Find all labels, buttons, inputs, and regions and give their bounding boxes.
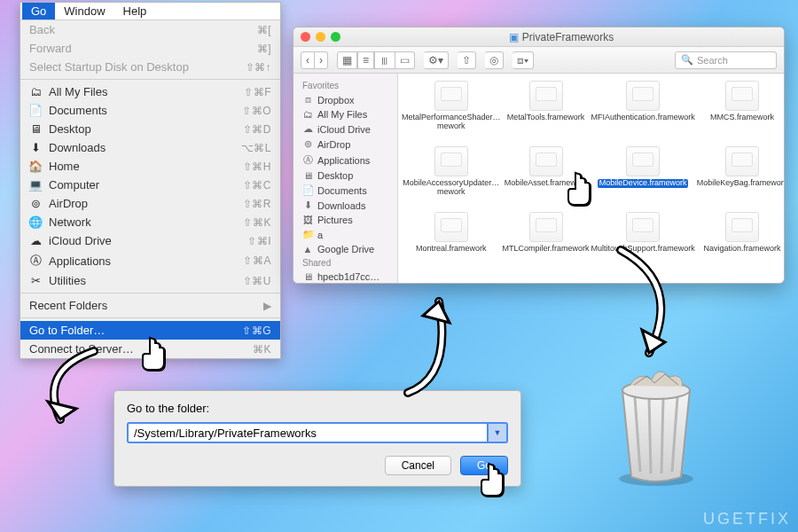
arrow-dialog-to-finder: [390, 279, 479, 403]
framework-item[interactable]: MMCS.framework: [697, 81, 784, 145]
sidebar-item[interactable]: ☁iCloud Drive: [293, 121, 397, 137]
sidebar-item[interactable]: ▲Google Drive: [293, 242, 397, 256]
framework-item[interactable]: Navigation.framework: [697, 212, 784, 276]
framework-icon: [434, 81, 468, 111]
framework-item[interactable]: Montreal.framework: [402, 212, 501, 276]
desktop-icon: 🖥: [29, 122, 42, 136]
view-gallery-button[interactable]: ▭: [395, 51, 415, 69]
tags-button[interactable]: ◎: [485, 51, 504, 69]
framework-item[interactable]: MFIAuthentication.framework: [591, 81, 695, 145]
toolbar: ‹ › ▦ ≡ ⫼ ▭ ⚙▾ ⇧ ◎ ⧈▾ 🔍Search: [293, 47, 784, 74]
sidebar-icon: ☁: [302, 123, 313, 135]
computer-icon: 💻: [29, 178, 42, 192]
menu-airdrop[interactable]: ⊚AirDrop⇧⌘R: [20, 194, 280, 213]
framework-icon: [725, 81, 759, 111]
menu-documents[interactable]: 📄Documents⇧⌘O: [20, 101, 280, 120]
sidebar-icon: Ⓐ: [302, 153, 313, 167]
network-icon: 🌐: [29, 215, 42, 229]
framework-item[interactable]: MobileDevice.framework: [591, 146, 695, 210]
svg-line-3: [661, 397, 663, 473]
favorites-header: Favorites: [293, 79, 397, 92]
framework-item[interactable]: MetalTools.framework: [503, 81, 590, 145]
sidebar: Favorites ⧈Dropbox🗂All My Files☁iCloud D…: [293, 74, 398, 283]
file-grid[interactable]: MetalPerformanceShader…meworkMetalTools.…: [398, 74, 784, 283]
framework-icon: [725, 146, 759, 176]
menu-startup: Select Startup Disk on Desktop⇧⌘↑: [20, 58, 280, 76]
sidebar-icon: ▲: [302, 244, 313, 254]
menu-network[interactable]: 🌐Network⇧⌘K: [20, 213, 280, 231]
titlebar[interactable]: ▣PrivateFrameworks: [293, 27, 784, 47]
sidebar-icon: 📁: [302, 229, 313, 240]
framework-icon: [434, 146, 468, 176]
view-column-button[interactable]: ⫼: [374, 51, 395, 69]
framework-icon: [725, 212, 759, 242]
folder-icon: ▣: [509, 31, 519, 43]
framework-icon: [434, 212, 468, 242]
framework-item[interactable]: MobileAccessoryUpdater…mework: [402, 146, 501, 210]
go-button[interactable]: Go: [460, 456, 508, 475]
framework-item[interactable]: MobileAsset.framework: [503, 146, 590, 210]
downloads-icon: ⬇: [29, 141, 42, 154]
menu-recent-folders[interactable]: Recent Folders▶: [20, 296, 280, 315]
search-icon: 🔍: [681, 54, 693, 66]
traffic-lights[interactable]: [301, 32, 340, 42]
sidebar-shared-item[interactable]: 🖥hpecb1d7cc…: [293, 270, 397, 283]
framework-icon: [529, 212, 563, 242]
sidebar-icon: ⊚: [302, 138, 313, 150]
sidebar-icon: 📄: [302, 184, 313, 196]
view-list-button[interactable]: ≡: [357, 51, 374, 69]
menu-applications[interactable]: ⒶApplications⇧⌘A: [20, 250, 280, 271]
menu-downloads[interactable]: ⬇Downloads⌥⌘L: [20, 138, 280, 157]
sidebar-item[interactable]: 🖥Desktop: [293, 168, 397, 183]
go-to-folder-dialog: Go to the folder: ▼ Cancel Go: [113, 390, 521, 487]
sidebar-item[interactable]: ⬇Downloads: [293, 198, 397, 213]
menu-back: Back⌘[: [20, 20, 280, 39]
menu-connect-to-server[interactable]: Connect to Server…⌘K: [20, 340, 280, 358]
sidebar-item[interactable]: 📄Documents: [293, 183, 397, 198]
framework-item[interactable]: MultitouchSupport.framework: [591, 212, 695, 276]
dropbox-button[interactable]: ⧈▾: [512, 51, 534, 69]
menubar-help[interactable]: Help: [114, 3, 156, 20]
airdrop-icon: ⊚: [29, 197, 42, 210]
menu-go-to-folder[interactable]: Go to Folder…⇧⌘G: [20, 321, 280, 340]
nav-back-button[interactable]: ‹: [301, 51, 315, 69]
sidebar-icon: ⬇: [302, 200, 313, 211]
goto-title: Go to the folder:: [127, 402, 508, 415]
framework-icon: [529, 81, 563, 111]
framework-icon: [529, 146, 563, 176]
framework-item[interactable]: MobileKeyBag.framework: [697, 146, 784, 210]
menu-home[interactable]: 🏠Home⇧⌘H: [20, 157, 280, 176]
menu-desktop[interactable]: 🖥Desktop⇧⌘D: [20, 120, 280, 138]
menu-utilities[interactable]: ✂Utilities⇧⌘U: [20, 271, 280, 290]
framework-item[interactable]: MTLCompiler.framework: [503, 212, 590, 276]
share-button[interactable]: ⇧: [458, 51, 476, 69]
finder-window: ▣PrivateFrameworks ‹ › ▦ ≡ ⫼ ▭ ⚙▾ ⇧ ◎ ⧈▾…: [293, 27, 785, 284]
sidebar-item[interactable]: ⧈Dropbox: [293, 92, 397, 107]
sidebar-item[interactable]: ⒶApplications: [293, 152, 397, 168]
icloud-icon: ☁: [29, 234, 42, 247]
utilities-icon: ✂: [29, 274, 42, 287]
view-icon-button[interactable]: ▦: [337, 51, 357, 69]
menu-all-my-files[interactable]: 🗂All My Files⇧⌘F: [20, 82, 280, 101]
sidebar-item[interactable]: ⊚AirDrop: [293, 137, 397, 152]
search-input[interactable]: 🔍Search: [675, 51, 777, 69]
allfiles-icon: 🗂: [29, 85, 42, 98]
menu-computer[interactable]: 💻Computer⇧⌘C: [20, 176, 280, 194]
goto-dropdown-caret[interactable]: ▼: [489, 422, 508, 443]
sidebar-item[interactable]: 🗂All My Files: [293, 107, 397, 121]
arrange-button[interactable]: ⚙▾: [424, 51, 449, 69]
framework-item[interactable]: MetalPerformanceShader…mework: [402, 81, 501, 145]
sidebar-item[interactable]: 🖼Pictures: [293, 213, 397, 227]
menubar: Go Window Help: [20, 3, 280, 20]
trash-icon[interactable]: [603, 355, 709, 488]
menubar-go[interactable]: Go: [22, 3, 55, 20]
cancel-button[interactable]: Cancel: [385, 456, 451, 475]
goto-path-input[interactable]: [127, 422, 489, 443]
menu-forward: Forward⌘]: [20, 39, 280, 58]
sidebar-item[interactable]: 📁a: [293, 227, 397, 242]
nav-forward-button[interactable]: ›: [315, 51, 328, 69]
menubar-window[interactable]: Window: [55, 3, 113, 20]
documents-icon: 📄: [29, 104, 42, 117]
menu-icloud[interactable]: ☁iCloud Drive⇧⌘I: [20, 231, 280, 250]
home-icon: 🏠: [29, 160, 42, 173]
